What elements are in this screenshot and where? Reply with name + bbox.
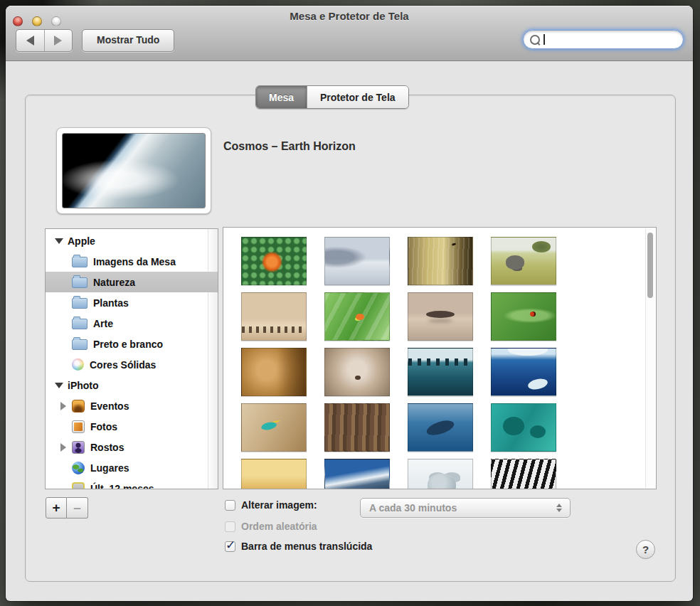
- thumbnail-animal-in-golden-grass[interactable]: [241, 459, 307, 489]
- thumbnail-pelicans-on-shore[interactable]: [241, 292, 307, 341]
- thumbnail-ladybug-on-grass[interactable]: [491, 292, 556, 341]
- folder-icon: [72, 257, 88, 267]
- thumbnail-golden-cliff-with-bird[interactable]: [408, 237, 473, 285]
- events-icon: [72, 400, 85, 413]
- forward-button[interactable]: [44, 30, 73, 51]
- sidebar-item-label: Plantas: [93, 297, 129, 309]
- desktop-preferences-panel: Cosmos – Earth Horizon AppleImagens da M…: [25, 95, 676, 582]
- forward-arrow-icon: [54, 36, 62, 46]
- sidebar-group-apple[interactable]: Apple: [46, 230, 210, 251]
- sidebar-item-rostos[interactable]: Rostos: [46, 437, 210, 457]
- colors-sphere-icon: [72, 358, 84, 371]
- current-wallpaper-image: [62, 133, 206, 208]
- wallpaper-grid[interactable]: [223, 227, 657, 489]
- popup-stepper-icon: [551, 504, 567, 512]
- disclosure-closed-icon[interactable]: [60, 443, 66, 452]
- tab-bar: Mesa Protetor de Tela: [255, 85, 409, 109]
- interval-value: A cada 30 minutos: [361, 502, 551, 514]
- window-title: Mesa e Protetor de Tela: [6, 10, 693, 22]
- search-field[interactable]: [523, 30, 684, 49]
- places-icon: [72, 462, 85, 474]
- sidebar-item-label: Fotos: [90, 421, 117, 432]
- sidebar-item-label: Lugares: [90, 462, 129, 474]
- translucent-menubar-checkbox[interactable]: [225, 541, 235, 552]
- wallpaper-grid-inner: [223, 228, 656, 489]
- disclosure-closed-icon[interactable]: [60, 402, 66, 410]
- title-bar[interactable]: Mesa e Protetor de Tela Mostrar Tudo: [6, 6, 693, 61]
- thumbnail-snowy-mountains[interactable]: [324, 459, 390, 489]
- search-icon: [530, 35, 540, 45]
- disclosure-open-icon[interactable]: [55, 383, 63, 388]
- remove-folder-button[interactable]: –: [67, 497, 88, 519]
- grid-scrollbar-thumb[interactable]: [647, 233, 653, 298]
- thumbnail-clownfish-in-anemone[interactable]: [241, 237, 307, 285]
- thumbnail-tree-frog-on-leaf[interactable]: [324, 292, 390, 341]
- tab-mesa[interactable]: Mesa: [256, 86, 307, 108]
- change-image-row: Alterar imagem:: [225, 499, 317, 511]
- disclosure-open-icon[interactable]: [55, 238, 63, 244]
- sidebar-item-label: Natureza: [93, 277, 135, 288]
- thumbnail-snow-leopard[interactable]: [408, 459, 473, 489]
- sidebar-item-label: Cores Sólidas: [90, 359, 156, 371]
- thumbnail-zebra-stripes[interactable]: [491, 459, 556, 489]
- change-image-checkbox[interactable]: [225, 500, 235, 511]
- back-arrow-icon: [26, 36, 34, 46]
- sidebar-item-label: Rostos: [90, 442, 124, 453]
- thumbnail-tree-bark-lizard[interactable]: [324, 403, 390, 452]
- sidebar-group-iphoto[interactable]: iPhoto: [46, 375, 210, 395]
- sidebar-item-label: Eventos: [90, 400, 129, 412]
- help-button[interactable]: ?: [636, 540, 655, 559]
- nav-buttons: [16, 29, 73, 52]
- translucent-menubar-label: Barra de menus translúcida: [241, 541, 372, 552]
- sidebar-item-imagens-da-mesa[interactable]: Imagens da Mesa: [46, 251, 210, 272]
- interval-select[interactable]: A cada 30 minutos: [360, 498, 571, 518]
- text-caret: [543, 34, 545, 45]
- folder-icon: [72, 319, 88, 329]
- sidebar-item-ult-12-meses[interactable]: Últ. 12 meses: [46, 478, 210, 489]
- faces-icon: [72, 441, 85, 454]
- sidebar-item-arte[interactable]: Arte: [46, 313, 210, 334]
- sidebar-item-natureza[interactable]: Natureza: [46, 272, 218, 292]
- folder-icon: [72, 298, 88, 309]
- thumbnail-polar-bear-swimming[interactable]: [491, 348, 556, 396]
- sidebar-group-label: iPhoto: [68, 380, 99, 391]
- random-order-label: Ordem aleatória: [241, 521, 317, 532]
- current-wallpaper-well[interactable]: [56, 127, 211, 214]
- photos-icon: [72, 420, 85, 433]
- grid-scrollbar[interactable]: [645, 228, 655, 488]
- thumbnail-lion-profile[interactable]: [241, 348, 307, 396]
- add-remove-controls: + –: [46, 497, 88, 519]
- thumbnail-penguins-diving[interactable]: [408, 348, 473, 396]
- show-all-button[interactable]: Mostrar Tudo: [82, 29, 174, 52]
- sidebar-item-eventos[interactable]: Eventos: [46, 395, 210, 416]
- sidebar-item-preto-e-branco[interactable]: Preto e branco: [46, 334, 210, 354]
- add-folder-button[interactable]: +: [46, 497, 67, 519]
- thumbnail-island-reflection[interactable]: [408, 292, 473, 341]
- random-order-row: Ordem aleatória: [225, 521, 317, 532]
- calendar-icon: [72, 482, 85, 490]
- sidebar-item-lugares[interactable]: Lugares: [46, 457, 210, 478]
- tab-protetor-de-tela[interactable]: Protetor de Tela: [307, 86, 408, 108]
- system-preferences-window: Mesa e Protetor de Tela Mostrar Tudo Mes…: [6, 6, 693, 601]
- thumbnail-elephant-savanna[interactable]: [491, 237, 556, 285]
- thumbnail-batfish-school[interactable]: [491, 403, 556, 452]
- sidebar-item-cores-solidas[interactable]: Cores Sólidas: [46, 354, 210, 375]
- current-wallpaper-name: Cosmos – Earth Horizon: [223, 140, 356, 153]
- change-image-label: Alterar imagem:: [241, 499, 317, 511]
- folder-icon: [72, 277, 88, 288]
- sidebar-rows: AppleImagens da MesaNaturezaPlantasArteP…: [46, 230, 210, 489]
- sidebar-item-plantas[interactable]: Plantas: [46, 292, 210, 313]
- thumbnail-cougar-face[interactable]: [324, 348, 390, 396]
- thumbnail-whale-underwater[interactable]: [408, 403, 473, 452]
- wallpaper-source-list[interactable]: AppleImagens da MesaNaturezaPlantasArteP…: [45, 228, 218, 489]
- sidebar-group-label: Apple: [68, 235, 95, 247]
- thumbnail-misty-lake[interactable]: [324, 237, 390, 285]
- folder-icon: [72, 339, 88, 350]
- sidebar-item-label: Arte: [93, 318, 113, 329]
- back-button[interactable]: [16, 30, 44, 51]
- thumbnail-bee-eater-bird[interactable]: [241, 403, 307, 452]
- sidebar-item-label: Imagens da Mesa: [93, 256, 176, 267]
- random-order-checkbox[interactable]: [225, 521, 235, 532]
- sidebar-item-fotos[interactable]: Fotos: [46, 416, 210, 437]
- sidebar-item-label: Últ. 12 meses: [90, 483, 154, 490]
